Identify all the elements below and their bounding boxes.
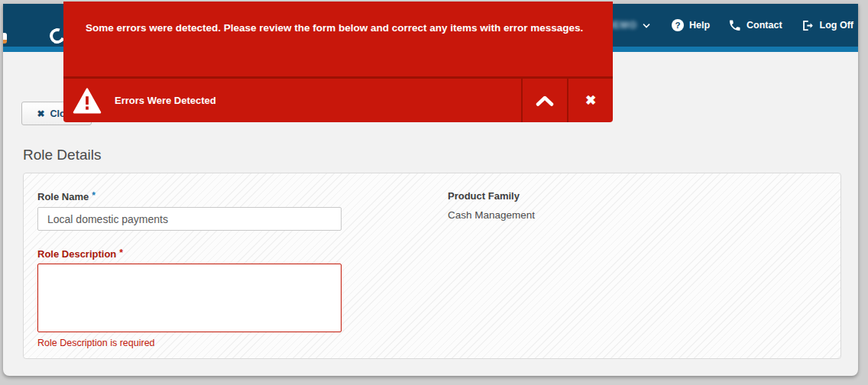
role-description-textarea[interactable]	[37, 264, 342, 332]
role-details-panel: Role Name* Product Family Cash Managemen…	[23, 173, 841, 359]
role-name-label-text: Role Name	[37, 191, 89, 202]
close-button-x-icon: ✖	[37, 108, 44, 119]
phone-icon	[728, 19, 741, 32]
dismiss-toast-button[interactable]: ✖	[567, 79, 613, 122]
logoff-icon	[801, 19, 815, 32]
product-family-label: Product Family	[448, 190, 520, 202]
help-link[interactable]: ? Help	[672, 19, 710, 31]
logoff-label: Log Off	[820, 20, 853, 31]
close-toast-x-icon: ✖	[585, 94, 596, 107]
contact-label: Contact	[747, 20, 782, 31]
chevron-down-icon	[643, 23, 650, 28]
role-description-error-message: Role Description is required	[37, 338, 155, 348]
help-label: Help	[689, 20, 710, 31]
logoff-link[interactable]: Log Off	[801, 19, 853, 32]
role-description-label: Role Description*	[37, 247, 123, 260]
required-asterisk: *	[119, 247, 123, 258]
chevron-up-icon	[536, 95, 554, 106]
screen: 6 DEMO ? Help	[0, 0, 868, 385]
brand-logo-fragment	[3, 33, 7, 44]
error-banner-message: Some errors were detected. Please review…	[86, 22, 583, 34]
error-banner: Some errors were detected. Please review…	[63, 2, 613, 76]
role-description-label-text: Role Description	[37, 248, 116, 260]
role-name-input[interactable]	[37, 207, 342, 231]
page-title: Role Details	[23, 147, 101, 163]
product-family-value: Cash Management	[448, 209, 535, 221]
collapse-toast-button[interactable]	[521, 79, 567, 122]
error-toast-title: Errors Were Detected	[115, 95, 521, 106]
help-icon: ?	[672, 19, 684, 31]
contact-link[interactable]: Contact	[728, 19, 782, 32]
required-asterisk: *	[92, 190, 96, 201]
warning-triangle-icon	[73, 88, 102, 114]
role-name-label: Role Name*	[37, 190, 96, 202]
error-toast: Errors Were Detected ✖	[63, 76, 613, 122]
